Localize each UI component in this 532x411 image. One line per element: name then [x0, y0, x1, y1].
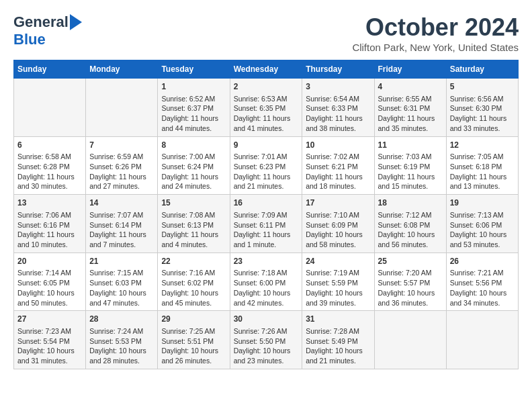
day-info: Sunset: 6:02 PM	[161, 278, 226, 288]
day-info: Sunrise: 6:59 AM	[89, 152, 154, 162]
day-info: Sunset: 5:54 PM	[17, 336, 82, 347]
day-info: Sunset: 6:08 PM	[378, 220, 443, 230]
day-info: Daylight: 11 hours and 27 minutes.	[89, 172, 154, 191]
day-info: Daylight: 11 hours and 7 minutes.	[89, 230, 154, 249]
day-info: Sunset: 6:37 PM	[161, 103, 226, 113]
day-info: Sunrise: 7:28 AM	[306, 326, 370, 336]
day-info: Sunrise: 7:21 AM	[450, 268, 515, 278]
day-info: Sunset: 5:49 PM	[306, 336, 370, 347]
calendar-week-row: 20Sunrise: 7:14 AMSunset: 6:05 PMDayligh…	[14, 253, 519, 311]
day-number: 23	[234, 256, 299, 267]
day-info: Sunset: 6:33 PM	[306, 103, 370, 113]
calendar-cell: 29Sunrise: 7:25 AMSunset: 5:51 PMDayligh…	[158, 311, 230, 369]
day-info: Daylight: 10 hours and 26 minutes.	[161, 346, 226, 365]
day-info: Sunrise: 6:55 AM	[378, 94, 443, 104]
calendar-cell: 10Sunrise: 7:02 AMSunset: 6:21 PMDayligh…	[302, 136, 374, 195]
calendar-cell: 14Sunrise: 7:07 AMSunset: 6:14 PMDayligh…	[86, 195, 158, 253]
logo: General Blue	[13, 13, 82, 48]
day-info: Daylight: 11 hours and 35 minutes.	[378, 113, 443, 133]
day-number: 9	[234, 140, 299, 151]
day-number: 21	[89, 256, 154, 267]
day-info: Daylight: 11 hours and 18 minutes.	[306, 172, 370, 191]
day-info: Daylight: 10 hours and 39 minutes.	[306, 288, 370, 308]
calendar-week-row: 27Sunrise: 7:23 AMSunset: 5:54 PMDayligh…	[14, 311, 519, 369]
calendar-cell: 5Sunrise: 6:56 AMSunset: 6:30 PMDaylight…	[446, 79, 518, 137]
day-number: 15	[161, 197, 226, 209]
day-info: Daylight: 10 hours and 45 minutes.	[161, 288, 226, 308]
day-info: Sunset: 5:53 PM	[89, 336, 154, 347]
day-info: Sunset: 5:51 PM	[161, 336, 226, 347]
day-info: Sunrise: 6:56 AM	[450, 94, 515, 104]
header-wednesday: Wednesday	[230, 60, 302, 79]
calendar-cell: 4Sunrise: 6:55 AMSunset: 6:31 PMDaylight…	[374, 79, 446, 137]
day-info: Sunrise: 7:08 AM	[161, 210, 226, 220]
day-info: Daylight: 10 hours and 47 minutes.	[89, 288, 154, 308]
calendar-table: SundayMondayTuesdayWednesdayThursdayFrid…	[13, 60, 519, 369]
header-saturday: Saturday	[446, 60, 518, 79]
calendar-cell: 19Sunrise: 7:13 AMSunset: 6:06 PMDayligh…	[446, 195, 518, 253]
calendar-cell: 23Sunrise: 7:18 AMSunset: 6:00 PMDayligh…	[230, 253, 302, 311]
day-number: 13	[17, 197, 82, 209]
day-info: Sunrise: 7:19 AM	[306, 268, 370, 278]
day-info: Daylight: 10 hours and 53 minutes.	[450, 230, 515, 249]
calendar-cell: 18Sunrise: 7:12 AMSunset: 6:08 PMDayligh…	[374, 195, 446, 253]
day-info: Daylight: 10 hours and 21 minutes.	[306, 346, 370, 365]
header-thursday: Thursday	[302, 60, 374, 79]
calendar-cell: 21Sunrise: 7:15 AMSunset: 6:03 PMDayligh…	[86, 253, 158, 311]
day-info: Sunset: 5:50 PM	[234, 336, 299, 347]
calendar-cell	[374, 311, 446, 369]
day-info: Sunrise: 7:25 AM	[161, 326, 226, 336]
day-info: Sunset: 5:56 PM	[450, 278, 515, 288]
day-info: Sunset: 5:57 PM	[378, 278, 443, 288]
calendar-cell: 31Sunrise: 7:28 AMSunset: 5:49 PMDayligh…	[302, 311, 374, 369]
calendar-cell: 6Sunrise: 6:58 AMSunset: 6:28 PMDaylight…	[14, 136, 86, 195]
title-section: October 2024 Clifton Park, New York, Uni…	[352, 13, 519, 53]
header-monday: Monday	[86, 60, 158, 79]
calendar-cell	[446, 311, 518, 369]
day-number: 7	[89, 140, 154, 151]
day-number: 6	[17, 140, 82, 151]
day-info: Sunrise: 6:52 AM	[161, 94, 226, 104]
day-info: Sunrise: 7:14 AM	[17, 268, 82, 278]
day-info: Daylight: 11 hours and 33 minutes.	[450, 113, 515, 133]
day-number: 31	[306, 314, 370, 325]
day-info: Sunrise: 7:23 AM	[17, 326, 82, 336]
day-info: Sunrise: 6:53 AM	[234, 94, 299, 104]
day-info: Sunrise: 7:16 AM	[161, 268, 226, 278]
day-info: Sunrise: 7:18 AM	[234, 268, 299, 278]
calendar-cell: 30Sunrise: 7:26 AMSunset: 5:50 PMDayligh…	[230, 311, 302, 369]
calendar-cell: 22Sunrise: 7:16 AMSunset: 6:02 PMDayligh…	[158, 253, 230, 311]
day-info: Sunset: 6:06 PM	[450, 220, 515, 230]
day-number: 10	[306, 140, 370, 151]
month-title: October 2024	[352, 13, 519, 42]
calendar-week-row: 1Sunrise: 6:52 AMSunset: 6:37 PMDaylight…	[14, 79, 519, 137]
day-info: Sunrise: 7:10 AM	[306, 210, 370, 220]
day-info: Sunrise: 7:09 AM	[234, 210, 299, 220]
calendar-cell: 1Sunrise: 6:52 AMSunset: 6:37 PMDaylight…	[158, 79, 230, 137]
day-number: 25	[378, 256, 443, 267]
day-info: Sunset: 6:18 PM	[450, 162, 515, 172]
day-info: Sunrise: 7:03 AM	[378, 152, 443, 162]
day-info: Daylight: 11 hours and 30 minutes.	[17, 172, 82, 191]
calendar-cell: 17Sunrise: 7:10 AMSunset: 6:09 PMDayligh…	[302, 195, 374, 253]
logo-text-blue: Blue	[13, 31, 46, 48]
day-info: Sunrise: 7:00 AM	[161, 152, 226, 162]
day-number: 19	[450, 197, 515, 209]
day-info: Daylight: 11 hours and 41 minutes.	[234, 113, 299, 133]
day-info: Sunrise: 7:15 AM	[89, 268, 154, 278]
day-info: Daylight: 11 hours and 24 minutes.	[161, 172, 226, 191]
day-info: Sunset: 6:00 PM	[234, 278, 299, 288]
day-info: Sunset: 6:30 PM	[450, 103, 515, 113]
location: Clifton Park, New York, United States	[352, 42, 519, 53]
day-number: 17	[306, 197, 370, 209]
day-info: Sunrise: 7:05 AM	[450, 152, 515, 162]
day-info: Daylight: 10 hours and 58 minutes.	[306, 230, 370, 249]
day-info: Sunset: 6:09 PM	[306, 220, 370, 230]
day-info: Daylight: 10 hours and 42 minutes.	[234, 288, 299, 308]
day-info: Sunset: 6:19 PM	[378, 162, 443, 172]
day-info: Daylight: 10 hours and 34 minutes.	[450, 288, 515, 308]
day-info: Sunrise: 7:07 AM	[89, 210, 154, 220]
calendar-cell: 12Sunrise: 7:05 AMSunset: 6:18 PMDayligh…	[446, 136, 518, 195]
header-tuesday: Tuesday	[158, 60, 230, 79]
day-info: Sunset: 6:11 PM	[234, 220, 299, 230]
